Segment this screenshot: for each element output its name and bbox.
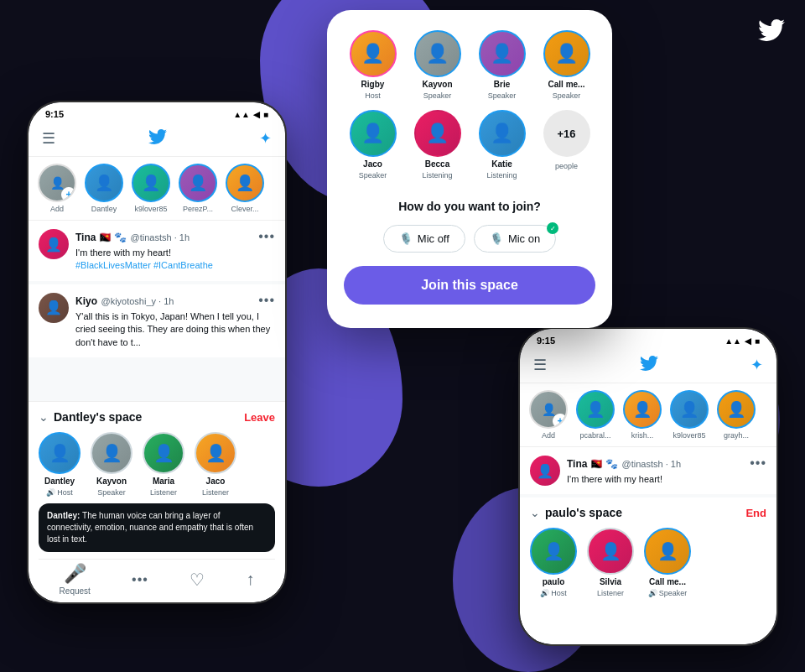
grid-callme: 👤 Call me... Speaker xyxy=(538,30,595,100)
mic-off-icon: 🎙️ xyxy=(399,232,413,245)
mic-on-btn[interactable]: 🎙️ Mic on ✓ xyxy=(474,225,556,253)
tweet-tina-text: I'm there with my heart! #BlackLivesMatt… xyxy=(75,247,275,273)
participant-silvia-name: Silvia xyxy=(600,577,621,586)
story-grayh[interactable]: 👤 grayh... xyxy=(716,390,756,440)
participant-dantley-role: Host xyxy=(57,488,73,497)
share-btn[interactable]: ↑ xyxy=(246,570,254,589)
mic-on-check: ✓ xyxy=(547,222,558,234)
space-panel-left: ⌄ Dantley's space Leave 👤 Dantley 🔊 Host… xyxy=(29,401,285,602)
story-dantley[interactable]: 👤 Dantley xyxy=(84,164,124,213)
story-grayh-label: grayh... xyxy=(724,431,749,440)
twitter-nav-icon-left xyxy=(148,128,167,149)
tweet-tina-right-text: I'm there with my heart! xyxy=(567,473,766,486)
participant-paulo-name: paulo xyxy=(543,577,565,586)
story-k9-label: k9lover85 xyxy=(134,205,167,213)
hamburger-icon-left[interactable]: ☰ xyxy=(42,129,55,148)
twitter-logo xyxy=(758,17,785,48)
sparkle-icon-right[interactable]: ✦ xyxy=(750,356,763,374)
more-btn[interactable]: ••• xyxy=(132,572,148,587)
participant-kayvon-name: Kayvon xyxy=(96,477,127,486)
paulo-chevron[interactable]: ⌄ xyxy=(530,506,540,519)
stories-row-right: 👤 Add 👤 pcabral... 👤 krish... 👤 xyxy=(520,383,776,447)
participant-kayvon: 👤 Kayvon Speaker xyxy=(91,432,132,497)
grid-katie-name: Katie xyxy=(491,159,512,169)
status-icons-right: ▲▲ ◀ ■ xyxy=(724,336,760,346)
mic-icon: 🎤 xyxy=(64,563,86,585)
request-btn[interactable]: 🎤 Request xyxy=(60,563,91,596)
nav-bar-right: ☰ ✦ xyxy=(520,349,776,383)
story-krish[interactable]: 👤 krish... xyxy=(622,390,662,440)
story-perez[interactable]: 👤 PerezP... xyxy=(178,164,218,213)
tweet-tina-handle: @tinastsh · 1h xyxy=(131,232,190,242)
paulo-space-panel: ⌄ paulo's space End 👤 paulo 🔊 Host 👤 Sil… xyxy=(520,497,776,644)
grid-jaco: 👤 Jaco Speaker xyxy=(344,110,402,180)
tweet-tina-right-handle: @tinastsh · 1h xyxy=(622,459,681,469)
heart-icon: ♡ xyxy=(190,570,205,590)
grid-becca: 👤 Becca Listening xyxy=(408,110,466,180)
paulo-end-btn[interactable]: End xyxy=(745,507,766,519)
speech-bubble: Dantley: The human voice can bring a lay… xyxy=(39,503,275,552)
story-pcabral[interactable]: 👤 pcabral... xyxy=(575,390,615,440)
participant-silvia-role: Listener xyxy=(597,589,624,597)
request-label: Request xyxy=(60,586,91,596)
paulo-space-title: paulo's space xyxy=(545,506,622,519)
more-icon: ••• xyxy=(132,572,148,587)
join-space-btn[interactable]: Join this space xyxy=(344,266,595,305)
tweet-more-right[interactable]: ••• xyxy=(750,456,766,471)
tweet-kiyo-text: Y'all this is in Tokyo, Japan! When I te… xyxy=(75,310,275,349)
tweet-kiyo-more[interactable]: ••• xyxy=(258,293,275,308)
story-add-right[interactable]: 👤 Add xyxy=(528,390,569,440)
mic-on-icon: 🎙️ xyxy=(490,232,503,245)
participant-callme-right-name: Call me... xyxy=(649,577,686,586)
heart-btn[interactable]: ♡ xyxy=(190,570,205,590)
story-k9[interactable]: 👤 k9lover85 xyxy=(131,164,171,213)
mic-off-btn[interactable]: 🎙️ Mic off xyxy=(383,225,465,253)
participant-maria-name: Maria xyxy=(153,477,174,486)
grid-callme-role: Speaker xyxy=(553,91,581,100)
story-add-right-label: Add xyxy=(542,431,555,440)
participant-paulo-role: Host xyxy=(551,589,567,597)
participant-jaco-role: Listener xyxy=(202,488,229,497)
grid-rigby: 👤 Rigby Host xyxy=(344,30,402,100)
grid-katie-role: Listening xyxy=(486,171,517,180)
twitter-nav-icon-right xyxy=(640,354,658,376)
space-title-left: Dantley's space xyxy=(54,410,142,424)
sparkle-icon-left[interactable]: ✦ xyxy=(259,129,272,148)
status-bar-left: 9:15 ▲▲ ◀ ■ xyxy=(29,102,285,122)
tweet-kiyo: 👤 Kiyo @kiyotoshi_y · 1h ••• Y'all this … xyxy=(29,284,285,357)
count-number: +16 xyxy=(557,128,575,140)
story-k9-right[interactable]: 👤 k9lover85 xyxy=(669,390,709,440)
space-participants-left: 👤 Dantley 🔊 Host 👤 Kayvon Speaker 👤 Mari… xyxy=(39,432,275,497)
participant-callme-right: 👤 Call me... 🔊 Speaker xyxy=(644,528,691,597)
participant-dantley: 👤 Dantley 🔊 Host xyxy=(39,432,80,497)
speakers-grid: 👤 Rigby Host 👤 Kayvon Speaker 👤 Brie Spe… xyxy=(344,30,595,180)
story-krish-label: krish... xyxy=(631,431,654,440)
left-phone-screen: 9:15 ▲▲ ◀ ■ ☰ ✦ 👤 Add xyxy=(29,102,285,602)
hamburger-icon-right[interactable]: ☰ xyxy=(533,356,547,374)
tweet-tina-name: Tina 🇵🇬 🐾 xyxy=(75,232,127,243)
grid-callme-name: Call me... xyxy=(548,80,585,89)
story-add[interactable]: 👤 Add xyxy=(37,164,77,213)
grid-becca-role: Listening xyxy=(422,171,452,180)
story-clever-label: Clever... xyxy=(231,205,258,213)
space-actions: 🎤 Request ••• ♡ ↑ xyxy=(39,559,275,596)
grid-becca-name: Becca xyxy=(425,159,449,169)
participant-kayvon-role: Speaker xyxy=(97,488,126,497)
grid-kayvon-role: Speaker xyxy=(423,91,452,100)
grid-kayvon: 👤 Kayvon Speaker xyxy=(408,30,466,100)
tweet-tina-right: 👤 Tina 🇵🇬 🐾 @tinastsh · 1h ••• I'm there… xyxy=(520,447,776,494)
tweet-tina-more[interactable]: ••• xyxy=(258,229,275,244)
status-time-right: 9:15 xyxy=(537,336,555,346)
feed-left: 👤 Tina 🇵🇬 🐾 @tinastsh · 1h ••• I'm there… xyxy=(29,221,285,401)
participant-dantley-name: Dantley xyxy=(44,477,75,486)
nav-bar-left: ☰ ✦ xyxy=(29,122,285,157)
participant-maria-role: Listener xyxy=(150,488,177,497)
story-clever[interactable]: 👤 Clever... xyxy=(225,164,265,213)
grid-count: +16 people xyxy=(538,110,595,180)
space-chevron-left[interactable]: ⌄ xyxy=(39,410,49,424)
mic-on-label: Mic on xyxy=(508,232,540,245)
participant-silvia: 👤 Silvia Listener xyxy=(587,528,634,597)
story-k9-right-label: k9lover85 xyxy=(673,431,705,440)
grid-brie: 👤 Brie Speaker xyxy=(473,30,531,100)
space-leave-btn[interactable]: Leave xyxy=(244,411,275,424)
